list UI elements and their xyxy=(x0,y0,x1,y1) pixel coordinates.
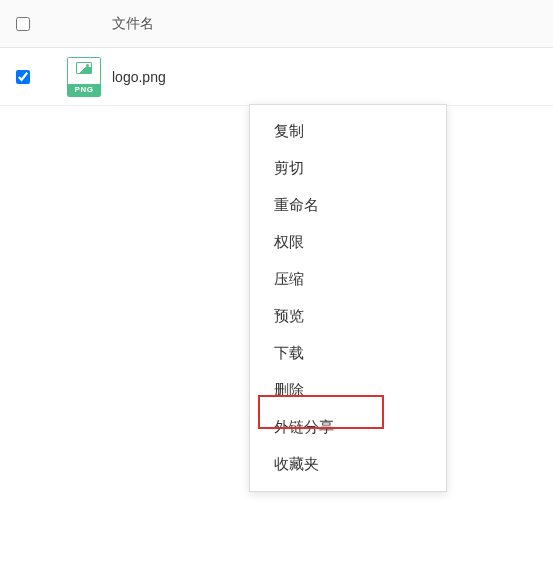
row-checkbox-cell xyxy=(16,70,56,84)
menu-item-permissions[interactable]: 权限 xyxy=(250,224,446,261)
context-menu: 复制 剪切 重命名 权限 压缩 预览 下载 删除 外链分享 收藏夹 xyxy=(249,104,447,492)
header-checkbox-cell xyxy=(16,17,56,31)
png-file-icon: PNG xyxy=(67,57,101,97)
menu-item-cut[interactable]: 剪切 xyxy=(250,150,446,187)
row-checkbox[interactable] xyxy=(16,70,30,84)
table-header-row: 文件名 xyxy=(0,0,553,48)
menu-item-compress[interactable]: 压缩 xyxy=(250,261,446,298)
menu-item-external-share[interactable]: 外链分享 xyxy=(250,409,446,446)
header-filename-label: 文件名 xyxy=(112,15,537,33)
file-icon-badge: PNG xyxy=(68,84,100,96)
table-row[interactable]: PNG logo.png xyxy=(0,48,553,106)
row-filename[interactable]: logo.png xyxy=(112,69,537,85)
menu-item-download[interactable]: 下载 xyxy=(250,335,446,372)
menu-item-copy[interactable]: 复制 xyxy=(250,113,446,150)
row-icon-cell: PNG xyxy=(56,57,112,97)
select-all-checkbox[interactable] xyxy=(16,17,30,31)
menu-item-rename[interactable]: 重命名 xyxy=(250,187,446,224)
file-table: 文件名 PNG logo.png xyxy=(0,0,553,106)
menu-item-preview[interactable]: 预览 xyxy=(250,298,446,335)
menu-item-delete[interactable]: 删除 xyxy=(250,372,446,409)
menu-item-favorites[interactable]: 收藏夹 xyxy=(250,446,446,483)
